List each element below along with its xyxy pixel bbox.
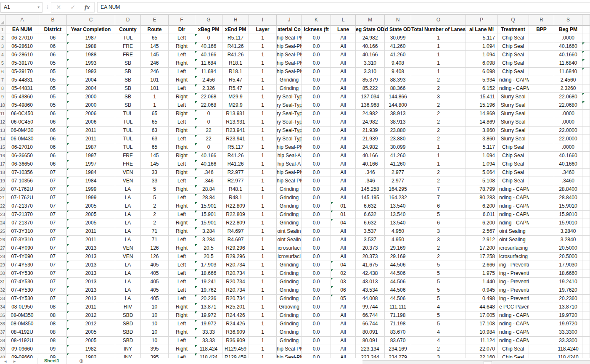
cell[interactable]: 6.098 bbox=[466, 59, 497, 68]
cell[interactable]: 33.33 bbox=[195, 328, 222, 337]
cell[interactable]: R5.47 bbox=[222, 76, 249, 84]
cell[interactable]: 19.972 bbox=[195, 311, 222, 320]
cell[interactable]: 40.1660 bbox=[554, 42, 582, 51]
cell[interactable]: nding - CAPM bbox=[497, 328, 529, 337]
cell[interactable]: 40.166 bbox=[356, 42, 385, 51]
cell[interactable]: 05-44831 bbox=[5, 76, 39, 84]
cell[interactable]: 22 bbox=[195, 135, 222, 143]
cell[interactable]: Grinding bbox=[277, 269, 302, 278]
cell[interactable] bbox=[582, 311, 590, 320]
cell[interactable]: 19.762 bbox=[195, 286, 222, 295]
cell[interactable]: 6 bbox=[411, 202, 466, 211]
cell[interactable]: 3 bbox=[411, 227, 466, 236]
cell[interactable]: All bbox=[331, 59, 356, 68]
cell[interactable] bbox=[529, 253, 554, 261]
cell[interactable]: 13.540 bbox=[385, 219, 411, 227]
cell[interactable]: R18.1 bbox=[222, 59, 249, 68]
cell[interactable]: 15.9010 bbox=[554, 211, 582, 219]
cell[interactable]: All bbox=[331, 34, 356, 42]
cell[interactable]: .0000 bbox=[554, 110, 582, 118]
cell[interactable]: All bbox=[331, 253, 356, 261]
cell[interactable]: All bbox=[331, 135, 356, 143]
cell[interactable]: 06 bbox=[39, 135, 67, 143]
cell[interactable]: 06-36650 bbox=[5, 152, 39, 160]
row-header-17[interactable]: 17 bbox=[0, 160, 5, 169]
cell[interactable]: 43.013 bbox=[356, 278, 385, 286]
cell[interactable]: 0.0 bbox=[302, 337, 331, 345]
cell[interactable]: 05 bbox=[39, 84, 67, 93]
cell[interactable]: 0.945 bbox=[466, 286, 497, 295]
cell[interactable]: 0.0 bbox=[302, 143, 331, 152]
cell[interactable]: All bbox=[331, 143, 356, 152]
cell[interactable]: 1997 bbox=[67, 160, 115, 169]
cell[interactable] bbox=[529, 194, 554, 202]
cell[interactable]: LA bbox=[115, 219, 141, 227]
cell[interactable]: 137.034 bbox=[356, 93, 385, 101]
cell[interactable] bbox=[582, 84, 590, 93]
cell[interactable]: 17.903 bbox=[195, 261, 222, 269]
cell[interactable]: 80.091 bbox=[356, 337, 385, 345]
cell[interactable]: Left bbox=[169, 177, 195, 185]
cell[interactable]: 21.939 bbox=[356, 127, 385, 135]
cell[interactable]: 11.124 bbox=[466, 337, 497, 345]
cell[interactable]: 6.011 bbox=[466, 211, 497, 219]
cell[interactable]: 0.0 bbox=[302, 76, 331, 84]
cell[interactable]: Right bbox=[169, 328, 195, 337]
cell[interactable] bbox=[529, 160, 554, 169]
cell[interactable]: VEN bbox=[115, 177, 141, 185]
row-header-27[interactable]: 27 bbox=[0, 244, 5, 253]
cell[interactable]: INY bbox=[115, 345, 141, 353]
tab-nav-right-icon[interactable]: ▸ bbox=[13, 358, 16, 364]
cell[interactable]: R24.426 bbox=[222, 320, 249, 328]
cell[interactable]: SB bbox=[115, 59, 141, 68]
cell[interactable] bbox=[529, 143, 554, 152]
cell[interactable]: 13.540 bbox=[385, 202, 411, 211]
cell[interactable]: 05 bbox=[39, 59, 67, 68]
cell[interactable]: 05 bbox=[39, 93, 67, 101]
tab-nav-left-icon[interactable]: ◂ bbox=[4, 358, 7, 364]
cell[interactable]: 06-28610 bbox=[5, 42, 39, 51]
cell[interactable]: hip Seal-PM bbox=[277, 42, 302, 51]
cell[interactable] bbox=[582, 320, 590, 328]
cell[interactable]: 07-10356 bbox=[5, 177, 39, 185]
cell[interactable]: 118.424 bbox=[195, 345, 222, 353]
cell[interactable]: .3460 bbox=[554, 169, 582, 177]
cell[interactable]: 405 bbox=[141, 278, 169, 286]
cell[interactable]: Total Number of Lanes bbox=[411, 26, 466, 34]
cell[interactable]: 2 bbox=[411, 169, 466, 177]
cell[interactable] bbox=[582, 202, 590, 211]
cell[interactable]: 15.9010 bbox=[554, 202, 582, 211]
cell[interactable]: 5.064 bbox=[466, 169, 497, 177]
cell[interactable]: R20.734 bbox=[222, 286, 249, 295]
cell[interactable]: 22.0000 bbox=[554, 127, 582, 135]
cell[interactable]: 44.506 bbox=[385, 286, 411, 295]
cell[interactable]: 1 bbox=[249, 253, 277, 261]
cell[interactable]: Right bbox=[169, 202, 195, 211]
cell[interactable]: hip Seal-PM bbox=[277, 177, 302, 185]
name-box[interactable]: A1 ▾ bbox=[0, 2, 42, 13]
cell[interactable]: hip Seal-PM bbox=[277, 59, 302, 68]
cell[interactable]: RIV bbox=[115, 303, 141, 311]
cell[interactable]: .346 bbox=[356, 169, 385, 177]
cell[interactable]: 126 bbox=[141, 253, 169, 261]
cell[interactable]: 07 bbox=[39, 244, 67, 253]
cell[interactable]: R41.26 bbox=[222, 42, 249, 51]
cell[interactable]: aterial Co bbox=[277, 26, 302, 34]
cell[interactable]: Grinding bbox=[277, 219, 302, 227]
cell[interactable]: 136.968 bbox=[356, 101, 385, 110]
cell[interactable] bbox=[582, 26, 590, 34]
cell[interactable]: 1 bbox=[249, 84, 277, 93]
cell[interactable]: Grooving bbox=[277, 303, 302, 311]
cell[interactable]: VEN bbox=[115, 244, 141, 253]
cell[interactable]: 01 bbox=[331, 202, 356, 211]
cell[interactable]: 0.0 bbox=[302, 127, 331, 135]
row-header-39[interactable]: 39 bbox=[0, 345, 5, 353]
cell[interactable]: 2000 bbox=[67, 93, 115, 101]
cell[interactable] bbox=[582, 219, 590, 227]
cell[interactable]: 28.84 bbox=[195, 194, 222, 202]
cell[interactable]: 2013 bbox=[67, 244, 115, 253]
cell[interactable]: ry Seal-Typ bbox=[277, 127, 302, 135]
cell[interactable]: 2.977 bbox=[385, 177, 411, 185]
cell[interactable]: 2 bbox=[411, 253, 466, 261]
cell[interactable]: 10.984 bbox=[466, 328, 497, 337]
